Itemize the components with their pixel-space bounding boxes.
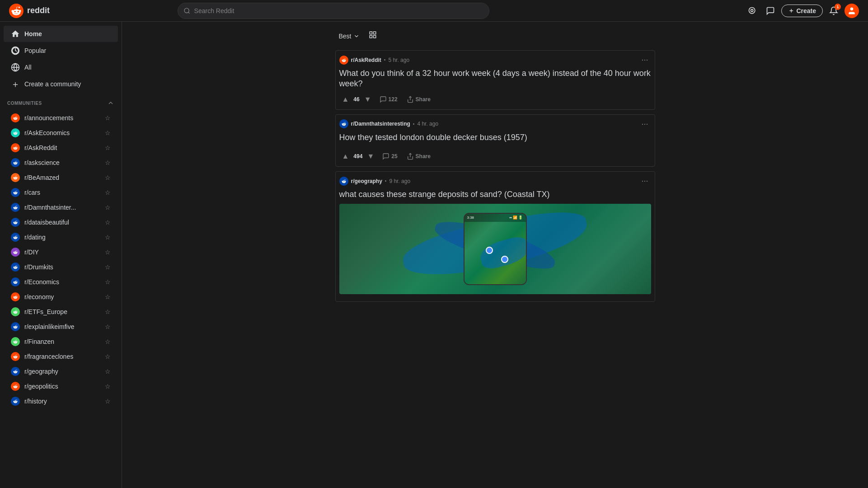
share-btn[interactable]: Share	[403, 93, 434, 106]
star-icon[interactable]: ☆	[105, 338, 111, 345]
map-content	[464, 222, 526, 284]
communities-section: COMMUNITIES r/announcements ☆ r/AskEcono…	[0, 96, 122, 408]
post-subreddit[interactable]: r/Damnthatsinteresting	[351, 121, 410, 127]
community-item[interactable]: r/announcements ☆	[4, 111, 118, 125]
community-item[interactable]: r/DIY ☆	[4, 245, 118, 259]
community-name: r/Finanzen	[24, 338, 100, 345]
upvote-btn[interactable]: ▲	[339, 94, 352, 105]
community-item[interactable]: r/cars ☆	[4, 185, 118, 200]
star-icon[interactable]: ☆	[105, 189, 111, 196]
community-name: r/economy	[24, 293, 100, 300]
star-icon[interactable]: ☆	[105, 323, 111, 330]
sort-button[interactable]: Best	[335, 31, 363, 42]
vote-section: ▲ 494 ▼	[339, 150, 377, 162]
community-item[interactable]: r/Damnthatsinter... ☆	[4, 200, 118, 215]
post-title[interactable]: How they tested london double decker bus…	[339, 132, 651, 143]
community-item[interactable]: r/Finanzen ☆	[4, 334, 118, 349]
comment-btn[interactable]: 122	[376, 93, 401, 106]
star-icon[interactable]: ☆	[105, 293, 111, 300]
notification-badge: 1	[835, 4, 841, 10]
star-icon[interactable]: ☆	[105, 249, 111, 256]
sidebar-item-home[interactable]: Home	[4, 26, 118, 42]
star-icon[interactable]: ☆	[105, 219, 111, 226]
post-card: r/AskReddit • 5 hr. ago ··· What do you …	[335, 50, 655, 110]
sidebar-item-popular[interactable]: Popular	[4, 42, 118, 59]
post-title[interactable]: What do you think of a 32 hour work week…	[339, 68, 651, 89]
community-item[interactable]: r/dating ☆	[4, 230, 118, 244]
view-toggle-btn[interactable]	[367, 29, 379, 43]
community-item[interactable]: r/AskEconomics ☆	[4, 126, 118, 140]
vote-count: 494	[353, 153, 362, 160]
community-item[interactable]: r/explainlikeimfive ☆	[4, 319, 118, 334]
post-image-map[interactable]: 3:38 ▪▪ 📶 🔋	[339, 204, 651, 294]
star-icon[interactable]: ☆	[105, 383, 111, 390]
post-more-btn[interactable]: ···	[638, 118, 651, 130]
communities-header: COMMUNITIES	[0, 96, 122, 110]
map-water	[477, 235, 526, 271]
sort-label: Best	[339, 33, 352, 40]
community-item[interactable]: r/Economics ☆	[4, 275, 118, 289]
home-label: Home	[24, 30, 42, 38]
sidebar: Home Popular All ＋ Create a community CO…	[0, 22, 122, 488]
downvote-btn[interactable]: ▼	[361, 94, 374, 105]
community-item[interactable]: r/Drumkits ☆	[4, 260, 118, 274]
community-name: r/geography	[24, 368, 100, 375]
post-title[interactable]: what causes these strange deposits of sa…	[339, 189, 651, 200]
nav-actions: ＋ Create 1	[745, 4, 859, 18]
community-icon	[11, 322, 20, 331]
post-more-btn[interactable]: ···	[638, 175, 651, 187]
community-item[interactable]: r/ETFs_Europe ☆	[4, 305, 118, 319]
star-icon[interactable]: ☆	[105, 234, 111, 241]
star-icon[interactable]: ☆	[105, 114, 111, 122]
subreddit-avatar	[339, 119, 348, 128]
star-icon[interactable]: ☆	[105, 398, 111, 405]
community-icon	[11, 143, 20, 152]
feed-header: Best	[335, 29, 655, 43]
video-icon-btn[interactable]	[745, 4, 760, 18]
community-item[interactable]: r/AskReddit ☆	[4, 141, 118, 155]
community-item[interactable]: r/economy ☆	[4, 290, 118, 304]
search-input[interactable]	[194, 7, 484, 14]
star-icon[interactable]: ☆	[105, 368, 111, 375]
community-item[interactable]: r/history ☆	[4, 394, 118, 408]
create-label: Create	[796, 7, 816, 14]
user-avatar[interactable]	[845, 4, 859, 18]
post-more-btn[interactable]: ···	[638, 54, 651, 66]
downvote-btn[interactable]: ▼	[364, 150, 377, 162]
star-icon[interactable]: ☆	[105, 144, 111, 151]
star-icon[interactable]: ☆	[105, 278, 111, 286]
chat-icon-btn[interactable]	[763, 4, 778, 18]
notifications-btn[interactable]: 1	[826, 4, 841, 18]
comment-btn[interactable]: 25	[379, 150, 401, 163]
post-subreddit[interactable]: r/AskReddit	[351, 57, 381, 63]
community-icon	[11, 218, 20, 227]
community-name: r/DIY	[24, 249, 100, 256]
upvote-btn[interactable]: ▲	[339, 150, 352, 162]
star-icon[interactable]: ☆	[105, 129, 111, 136]
post-subreddit[interactable]: r/geography	[351, 178, 382, 184]
community-icon	[11, 248, 20, 257]
community-item[interactable]: r/BeAmazed ☆	[4, 170, 118, 185]
create-plus-icon: ＋	[788, 7, 794, 15]
star-icon[interactable]: ☆	[105, 353, 111, 360]
chevron-up-icon[interactable]	[107, 99, 114, 107]
star-icon[interactable]: ☆	[105, 159, 111, 166]
reddit-logo-link[interactable]: reddit	[9, 4, 50, 18]
create-community-btn[interactable]: ＋ Create a community	[4, 76, 118, 92]
search-box[interactable]	[178, 3, 489, 19]
community-item[interactable]: r/askscience ☆	[4, 155, 118, 170]
community-item[interactable]: r/fragranceclones ☆	[4, 349, 118, 364]
star-icon[interactable]: ☆	[105, 263, 111, 271]
all-label: All	[24, 64, 32, 71]
post-time: 4 hr. ago	[417, 121, 438, 127]
create-button[interactable]: ＋ Create	[781, 5, 823, 17]
community-item[interactable]: r/geopolitics ☆	[4, 379, 118, 394]
community-icon	[11, 367, 20, 376]
community-item[interactable]: r/geography ☆	[4, 364, 118, 379]
community-item[interactable]: r/dataisbeautiful ☆	[4, 215, 118, 230]
sidebar-item-all[interactable]: All	[4, 59, 118, 75]
star-icon[interactable]: ☆	[105, 174, 111, 181]
share-btn[interactable]: Share	[403, 150, 434, 163]
star-icon[interactable]: ☆	[105, 204, 111, 211]
star-icon[interactable]: ☆	[105, 308, 111, 315]
